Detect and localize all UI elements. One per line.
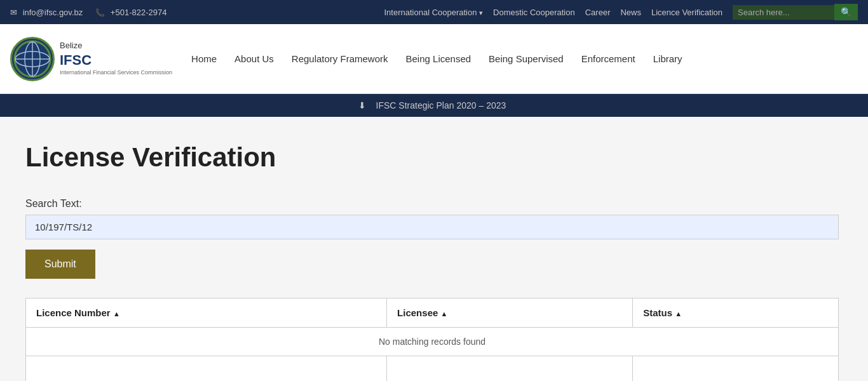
search-button[interactable]: 🔍 <box>834 4 858 20</box>
main-content: License Verification Search Text: Submit… <box>0 117 868 381</box>
topnav-intl-coop[interactable]: International Cooperation <box>384 8 483 17</box>
empty-message: No matching records found <box>26 328 839 356</box>
envelope-icon <box>10 8 20 17</box>
topnav-career[interactable]: Career <box>585 8 611 17</box>
phone-link[interactable]: +501-822-2974 <box>95 8 166 17</box>
download-icon <box>358 100 370 110</box>
page-title: License Verification <box>25 142 843 173</box>
col-licensee[interactable]: Licensee <box>387 298 633 328</box>
nav-about-us[interactable]: About Us <box>234 53 274 64</box>
main-nav: Home About Us Regulatory Framework Being… <box>191 53 682 64</box>
results-table: Licence Number Licensee Status No matchi… <box>25 298 839 381</box>
nav-home[interactable]: Home <box>191 53 217 64</box>
topnav-domestic-coop[interactable]: Domestic Cooperation <box>493 8 575 17</box>
table-row-empty: No matching records found <box>26 328 839 356</box>
top-bar-nav: International Cooperation Domestic Coope… <box>384 4 858 20</box>
logo-icon <box>10 37 55 81</box>
submit-button[interactable]: Submit <box>25 250 95 279</box>
top-bar: info@ifsc.gov.bz +501-822-2974 Internati… <box>0 0 868 24</box>
search-label: Search Text: <box>25 198 843 210</box>
filler-cell-3 <box>633 356 839 382</box>
col-licence-number[interactable]: Licence Number <box>26 298 387 328</box>
nav-library[interactable]: Library <box>653 53 682 64</box>
logo-area[interactable]: Belize IFSC International Financial Serv… <box>10 37 172 81</box>
email-link[interactable]: info@ifsc.gov.bz <box>10 8 83 17</box>
license-search-input[interactable] <box>25 215 839 239</box>
nav-enforcement[interactable]: Enforcement <box>581 53 635 64</box>
topnav-news[interactable]: News <box>620 8 641 17</box>
nav-bar: Belize IFSC International Financial Serv… <box>0 24 868 94</box>
search-container: 🔍 <box>733 4 858 20</box>
nav-regulatory-framework[interactable]: Regulatory Framework <box>292 53 388 64</box>
col-status[interactable]: Status <box>633 298 839 328</box>
nav-being-licensed[interactable]: Being Licensed <box>406 53 471 64</box>
search-input[interactable] <box>733 5 834 20</box>
table-header-row: Licence Number Licensee Status <box>26 298 839 328</box>
filler-cell-2 <box>387 356 633 382</box>
phone-icon <box>95 8 108 17</box>
table-row-filler <box>26 356 839 382</box>
filler-cell-1 <box>26 356 387 382</box>
logo-text: Belize IFSC International Financial Serv… <box>60 41 172 77</box>
topnav-licence-verification[interactable]: Licence Verification <box>651 8 722 17</box>
top-bar-contact: info@ifsc.gov.bz +501-822-2974 <box>10 8 166 17</box>
banner-text: IFSC Strategic Plan 2020 – 2023 <box>376 100 506 110</box>
banner[interactable]: IFSC Strategic Plan 2020 – 2023 <box>0 94 868 117</box>
nav-being-supervised[interactable]: Being Supervised <box>489 53 564 64</box>
